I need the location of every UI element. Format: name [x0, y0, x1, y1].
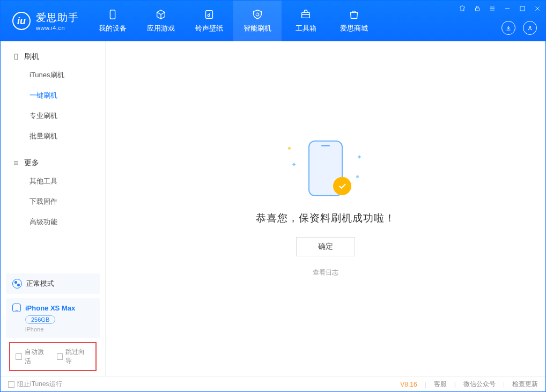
sparkle-icon: ✦: [291, 161, 297, 168]
nav-label: 应用游戏: [147, 24, 175, 33]
main-content: ✦ ✦ 恭喜您，保资料刷机成功啦！ 确定 查看日志: [106, 41, 545, 376]
nav-label: 工具箱: [296, 24, 316, 33]
shirt-icon[interactable]: [458, 4, 467, 13]
svg-rect-4: [520, 6, 525, 11]
sidebar-item-other-tools[interactable]: 其他工具: [1, 171, 105, 191]
group-label: 更多: [24, 158, 39, 168]
app-body: 刷机 iTunes刷机 一键刷机 专业刷机 批量刷机 更多 其他工具 下载固件 …: [1, 41, 545, 376]
lock-icon[interactable]: [473, 4, 482, 13]
nav-label: 爱思商城: [340, 24, 368, 33]
wechat-link[interactable]: 微信公众号: [463, 380, 496, 389]
mode-card[interactable]: 正常模式: [6, 273, 100, 294]
nav-ringtone-wallpaper[interactable]: 铃声壁纸: [185, 1, 233, 41]
nav-label: 铃声壁纸: [195, 24, 223, 33]
support-link[interactable]: 客服: [434, 380, 447, 389]
checkbox-box-icon: [57, 353, 63, 360]
logo-text: 爱思助手 www.i4.cn: [36, 11, 79, 31]
nav-store[interactable]: 爱思商城: [330, 1, 378, 41]
sidebar-group-header-flash[interactable]: 刷机: [1, 49, 105, 65]
sidebar-group-more: 更多 其他工具 下载固件 高级功能: [1, 155, 105, 232]
nav-apps-games[interactable]: 应用游戏: [137, 1, 185, 41]
maximize-icon[interactable]: [518, 4, 527, 13]
download-icon[interactable]: [501, 21, 515, 35]
toolbox-icon: [300, 9, 312, 20]
header-action-icons: [501, 21, 537, 35]
window-controls: [458, 4, 542, 13]
device-icon: [107, 9, 119, 20]
checkbox-block-itunes[interactable]: 阻止iTunes运行: [8, 380, 62, 389]
app-url: www.i4.cn: [36, 25, 79, 31]
sidebar-item-itunes-flash[interactable]: iTunes刷机: [1, 65, 105, 85]
version-label: V8.16: [400, 381, 417, 388]
app-logo: iu 爱思助手 www.i4.cn: [1, 1, 88, 41]
sparkle-icon: ✦: [357, 153, 362, 161]
app-name: 爱思助手: [36, 11, 79, 25]
sidebar-group-header-more[interactable]: 更多: [1, 155, 105, 171]
sidebar-item-batch-flash[interactable]: 批量刷机: [1, 126, 105, 146]
sidebar-item-download-firmware[interactable]: 下载固件: [1, 191, 105, 212]
svg-rect-2: [302, 12, 310, 18]
menu-icon[interactable]: [488, 4, 497, 13]
nav-label: 我的设备: [99, 24, 127, 33]
mode-icon: [12, 279, 22, 289]
cube-icon: [155, 9, 167, 20]
success-message: 恭喜您，保资料刷机成功啦！: [256, 211, 395, 225]
nav-smart-flash[interactable]: 智能刷机: [233, 1, 282, 41]
sidebar-group-flash: 刷机 iTunes刷机 一键刷机 专业刷机 批量刷机: [1, 49, 105, 146]
checkbox-box-icon: [8, 381, 14, 388]
svg-rect-0: [110, 10, 115, 19]
list-icon: [12, 159, 20, 167]
separator: |: [454, 381, 456, 388]
main-nav: 我的设备 应用游戏 铃声壁纸 智能刷机 工具箱 爱思商城: [88, 1, 378, 41]
sidebar-bottom: 正常模式 iPhone XS Max 256GB iPhone 自动激活 跳过向…: [1, 273, 105, 376]
success-illustration: ✦ ✦: [288, 140, 363, 199]
phone-outline-icon: [12, 53, 20, 61]
sidebar-item-oneclick-flash[interactable]: 一键刷机: [1, 85, 105, 106]
device-name: iPhone XS Max: [25, 304, 75, 312]
device-card[interactable]: iPhone XS Max 256GB iPhone: [6, 298, 100, 338]
ok-button[interactable]: 确定: [296, 237, 355, 256]
device-type: iPhone: [25, 326, 93, 332]
device-small-icon: [12, 304, 21, 312]
sidebar-scroll: 刷机 iTunes刷机 一键刷机 专业刷机 批量刷机 更多 其他工具 下载固件 …: [1, 41, 105, 273]
status-bar: 阻止iTunes运行 V8.16 | 客服 | 微信公众号 | 检查更新: [1, 376, 545, 391]
music-note-icon: [203, 9, 215, 20]
separator: |: [503, 381, 505, 388]
sidebar-item-pro-flash[interactable]: 专业刷机: [1, 106, 105, 126]
view-log-link[interactable]: 查看日志: [313, 268, 338, 277]
shield-refresh-icon: [252, 9, 263, 20]
svg-rect-6: [14, 54, 18, 60]
nav-label: 智能刷机: [244, 24, 271, 33]
sidebar-item-advanced[interactable]: 高级功能: [1, 212, 105, 232]
footer-right: V8.16 | 客服 | 微信公众号 | 检查更新: [400, 380, 538, 389]
checkbox-box-icon: [16, 353, 22, 360]
decor-dot-icon: [356, 175, 359, 178]
check-update-link[interactable]: 检查更新: [512, 380, 538, 389]
group-label: 刷机: [24, 52, 39, 62]
checkbox-label: 阻止iTunes运行: [17, 380, 62, 389]
separator: |: [425, 381, 426, 388]
device-capacity: 256GB: [25, 315, 55, 324]
user-icon[interactable]: [523, 21, 537, 35]
checkbox-label: 自动激活: [25, 347, 49, 366]
nav-toolbox[interactable]: 工具箱: [282, 1, 330, 41]
checkbox-auto-activate[interactable]: 自动激活: [16, 347, 49, 366]
decor-dot-icon: [288, 147, 291, 150]
sidebar: 刷机 iTunes刷机 一键刷机 专业刷机 批量刷机 更多 其他工具 下载固件 …: [1, 41, 106, 376]
success-check-icon: [333, 177, 351, 195]
app-header: iu 爱思助手 www.i4.cn 我的设备 应用游戏 铃声壁纸 智能刷机 工具…: [1, 1, 545, 41]
nav-my-device[interactable]: 我的设备: [88, 1, 137, 41]
logo-icon: iu: [12, 12, 31, 30]
checkbox-skip-guide[interactable]: 跳过向导: [57, 347, 91, 366]
svg-rect-3: [476, 8, 479, 11]
shopping-bag-icon: [348, 9, 360, 20]
close-icon[interactable]: [533, 4, 542, 13]
minimize-icon[interactable]: [503, 4, 512, 13]
mode-label: 正常模式: [26, 279, 54, 289]
svg-point-5: [529, 26, 531, 28]
checkbox-label: 跳过向导: [65, 347, 90, 366]
highlighted-options: 自动激活 跳过向导: [9, 342, 97, 371]
